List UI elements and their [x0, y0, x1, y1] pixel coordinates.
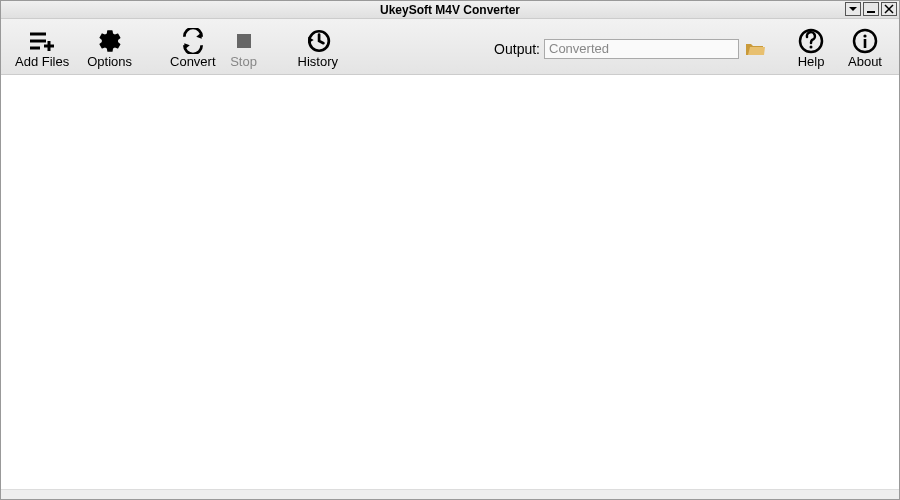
svg-point-11 [863, 34, 866, 37]
add-files-icon [28, 28, 56, 54]
window-controls [845, 2, 897, 16]
svg-rect-0 [867, 11, 875, 13]
output-group: Output: [494, 39, 765, 59]
history-icon [304, 28, 332, 54]
info-icon [851, 28, 879, 54]
stop-icon [230, 28, 258, 54]
about-label: About [848, 54, 882, 69]
dropdown-button[interactable] [845, 2, 861, 16]
svg-point-9 [810, 46, 813, 49]
window-title: UkeySoft M4V Converter [380, 3, 520, 17]
close-button[interactable] [881, 2, 897, 16]
convert-icon [179, 28, 207, 54]
toolbar-right: Help About [787, 26, 889, 71]
status-bar [1, 489, 899, 499]
svg-rect-12 [864, 39, 867, 48]
stop-label: Stop [230, 54, 257, 69]
folder-icon [745, 41, 765, 57]
help-label: Help [798, 54, 825, 69]
options-button[interactable]: Options [83, 26, 136, 71]
gear-icon [96, 28, 124, 54]
output-label: Output: [494, 41, 540, 57]
minimize-button[interactable] [863, 2, 879, 16]
convert-button[interactable]: Convert [166, 26, 220, 71]
content-area [1, 75, 899, 489]
app-window: UkeySoft M4V Converter [0, 0, 900, 500]
help-button[interactable]: Help [787, 26, 835, 71]
add-files-button[interactable]: Add Files [11, 26, 73, 71]
options-label: Options [87, 54, 132, 69]
output-path-input[interactable] [544, 39, 739, 59]
convert-label: Convert [170, 54, 216, 69]
title-bar: UkeySoft M4V Converter [1, 1, 899, 19]
history-button[interactable]: History [294, 26, 342, 71]
about-button[interactable]: About [841, 26, 889, 71]
browse-folder-button[interactable] [745, 40, 765, 58]
toolbar: Add Files Options [1, 19, 899, 75]
svg-rect-6 [237, 34, 251, 48]
toolbar-left: Add Files Options [11, 26, 136, 71]
help-icon [797, 28, 825, 54]
history-label: History [298, 54, 338, 69]
add-files-label: Add Files [15, 54, 69, 69]
stop-button[interactable]: Stop [220, 26, 268, 71]
